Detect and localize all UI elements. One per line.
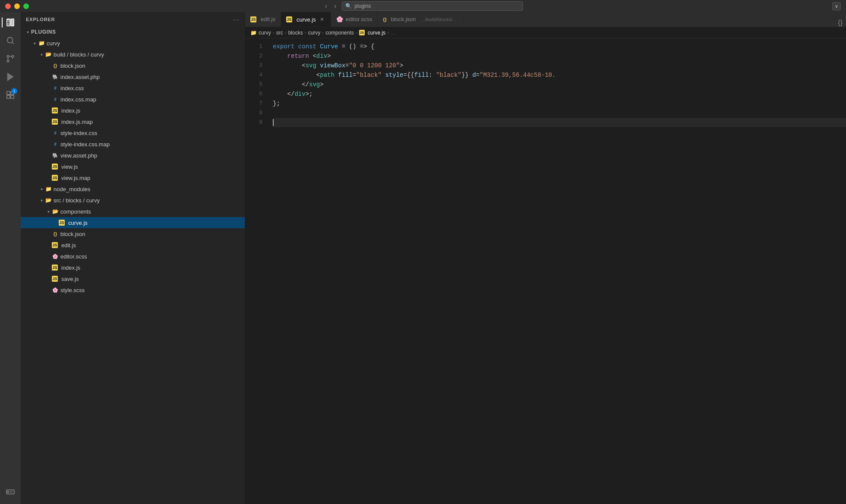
tree-item-index-js-build[interactable]: JS index.js [21,105,245,116]
token [367,42,371,51]
breadcrumb-more: … [391,30,396,36]
tree-label: edit.js [61,242,245,249]
source-control-activity-icon[interactable] [2,50,19,67]
minimize-button[interactable] [14,3,20,9]
nav-back-button[interactable]: ‹ [323,1,329,11]
tree-label: block.json [60,63,245,69]
tab-edit-js[interactable]: JS edit.js [245,12,281,27]
search-bar[interactable]: 🔍 plugins [341,1,523,11]
tree-item-curvy[interactable]: ▾ 📁 curvy [21,38,245,49]
tree-item-curve-js[interactable]: JS curve.js [21,217,245,228]
code-content[interactable]: export const Curve = () => { [266,38,846,504]
tree-label: style-index.css [60,130,245,136]
breadcrumb-src[interactable]: src [276,30,283,36]
code-editor[interactable]: 1 2 3 4 5 6 7 8 9 export const Curve [245,38,846,504]
php-file-icon: 🐘 [52,73,59,80]
spacer [45,107,52,114]
token: ={{ [404,70,414,80]
line-num-4: 4 [245,70,262,80]
run-debug-activity-icon[interactable] [2,68,19,85]
tab-close-button[interactable]: ✕ [319,16,325,23]
tree-item-block-json-build[interactable]: {} block.json [21,60,245,71]
token: < [313,51,316,61]
tree-label: save.js [61,276,245,282]
tree-item-view-asset-php[interactable]: 🐘 view.asset.php [21,150,245,161]
line-num-3: 3 [245,61,262,70]
tree-item-style-scss[interactable]: 🌸 style.scss [21,284,245,296]
spacer [45,230,52,237]
spacer [45,152,52,159]
tab-block-json[interactable]: {} block.json …/build/blocks/… [378,12,463,27]
svg-point-13 [7,491,9,493]
token [356,42,360,51]
token: >; [306,89,313,99]
tree-label: components [60,208,245,215]
breadcrumb-curvy[interactable]: 📁 curvy [250,30,271,36]
tree-item-style-index-css[interactable]: # style-index.css [21,127,245,139]
tree-item-build[interactable]: ▾ 📂 build / blocks / curvy [21,49,245,60]
token: d [472,70,476,80]
arrow-open-icon: ▾ [45,208,52,215]
explorer-activity-icon[interactable] [2,14,19,31]
tree-item-view-js-map[interactable]: JS view.js.map [21,172,245,183]
remote-explorer-activity-icon[interactable] [2,483,19,501]
tree-label: style-index.css.map [60,141,245,148]
tree-item-node-modules[interactable]: ▾ 📁 node_modules [21,183,245,195]
tree-item-save-js[interactable]: JS save.js [21,273,245,284]
token [432,70,436,80]
maximize-button[interactable] [23,3,29,9]
breadcrumb-curvy2[interactable]: curvy [308,30,321,36]
sidebar-more-button[interactable]: ··· [233,16,240,23]
tree-item-view-js[interactable]: JS view.js [21,161,245,172]
extensions-activity-icon[interactable]: 1 [2,86,19,104]
token [469,70,472,80]
tree-item-index-js-map[interactable]: JS index.js.map [21,116,245,127]
tree-label: index.css [60,85,245,91]
svg-point-5 [7,60,9,62]
style-css-file-icon: # [52,129,59,136]
tree-label: editor.scss [60,253,245,260]
search-activity-icon[interactable] [2,32,19,49]
tree-item-style-index-css-map[interactable]: # style-index.css.map [21,139,245,150]
tree-item-index-css-map[interactable]: # index.css.map [21,94,245,105]
token: Curve [320,42,338,51]
token: < [316,70,320,80]
token: "0 0 1200 120" [349,61,400,70]
tree-label: block.json [60,231,245,237]
token [338,42,341,51]
tab-overflow-button[interactable]: {} [838,19,843,27]
tree-item-editor-scss[interactable]: 🌸 editor.scss [21,251,245,262]
close-button[interactable] [5,3,11,9]
sidebar-title: EXPLORER [26,17,55,22]
tree-item-components[interactable]: ▾ 📂 components [21,206,245,217]
spacer [45,118,52,125]
tree-item-index-asset-php[interactable]: 🐘 index.asset.php [21,71,245,82]
token [294,42,298,51]
svg-rect-11 [11,95,14,98]
tree-item-src[interactable]: ▾ 📂 src / blocks / curvy [21,195,245,206]
tree-item-edit-js[interactable]: JS edit.js [21,239,245,251]
tree-item-plugins[interactable]: ▾ PLUGINS [21,26,245,38]
code-line-3: <svg viewBox="0 0 1200 120"> [273,61,846,70]
tree-item-block-json-src[interactable]: {} block.json [21,228,245,239]
tree-item-index-js-src[interactable]: JS index.js [21,262,245,273]
index-js-src-file-icon: JS [52,265,58,271]
tab-editor-scss[interactable]: 🌸 editor.scss [331,12,378,27]
breadcrumb-components[interactable]: components [325,30,354,36]
file-tree: ▾ PLUGINS ▾ 📁 curvy ▾ 📂 build / blocks /… [21,26,245,504]
tab-label: curve.js [297,16,316,23]
breadcrumb-blocks[interactable]: blocks [288,30,303,36]
breadcrumb-curve-js[interactable]: JS curve.js [359,30,385,36]
arrow-open-icon: ▾ [38,197,45,204]
save-js-file-icon: JS [52,276,58,282]
token: "black" [356,70,382,80]
breadcrumb-sep: › [273,30,275,36]
spacer [45,174,52,181]
folder-bc-icon: 📁 [250,30,257,36]
tree-item-index-css[interactable]: # index.css [21,82,245,94]
tab-curve-js[interactable]: JS curve.js ✕ [281,12,331,27]
nav-forward-button[interactable]: › [332,1,338,11]
token: export [273,42,294,51]
token: }} [461,70,469,80]
dropdown-button[interactable]: ∨ [832,2,841,10]
